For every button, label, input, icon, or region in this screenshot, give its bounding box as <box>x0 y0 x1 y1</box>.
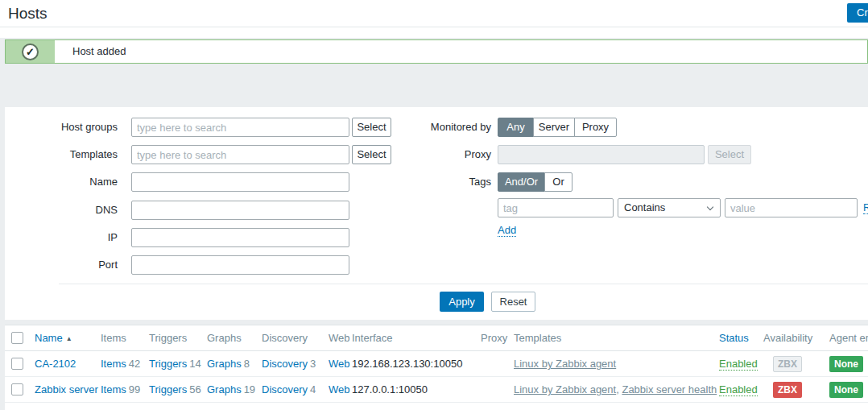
availability-zbx-badge: ZBX <box>773 382 802 398</box>
row-checkbox[interactable] <box>11 383 23 396</box>
discovery-count: 4 <box>310 383 316 396</box>
hosts-page: Hosts Create host ✓ Host added Host grou… <box>0 0 868 410</box>
items-link[interactable]: Items <box>101 383 126 396</box>
monitored-by-segmented-control: Any Server Proxy <box>498 118 617 137</box>
host-groups-input[interactable] <box>131 118 349 137</box>
top-header: Hosts Create host <box>0 0 868 38</box>
tag-value-input[interactable] <box>725 198 858 217</box>
template-link[interactable]: Linux by Zabbix agent <box>514 358 616 370</box>
success-message-text: Host added <box>55 40 126 63</box>
template-link[interactable]: Linux by Zabbix agent <box>514 383 616 396</box>
graphs-link[interactable]: Graphs <box>207 383 242 396</box>
reset-button[interactable]: Reset <box>491 292 535 312</box>
tag-name-input[interactable] <box>498 198 614 217</box>
triggers-count: 56 <box>189 383 200 396</box>
column-header-triggers: Triggers <box>149 332 207 344</box>
discovery-link[interactable]: Discovery <box>262 358 308 370</box>
items-count: 42 <box>129 358 140 370</box>
tag-filter-row: Contains Remove <box>5 198 868 217</box>
column-header-graphs: Graphs <box>207 332 262 344</box>
tag-add-link[interactable]: Add <box>498 224 516 237</box>
status-enabled-link[interactable]: Enabled <box>719 383 758 396</box>
table-row: CA-2102 Items42 Triggers14 Graphs8 Disco… <box>5 351 868 377</box>
check-circle-icon: ✓ <box>22 43 39 60</box>
proxy-label: Proxy <box>378 145 491 164</box>
tags-mode-option-andor[interactable]: And/Or <box>498 172 545 192</box>
tags-label: Tags <box>378 172 491 192</box>
host-name-link[interactable]: Zabbix server <box>35 383 98 396</box>
items-link[interactable]: Items <box>101 358 126 370</box>
filter-divider <box>59 284 868 284</box>
tags-mode-segmented-control: And/Or Or <box>498 172 572 192</box>
triggers-link[interactable]: Triggers <box>149 358 187 370</box>
interface-value: 192.168.123.130:10050 <box>352 358 481 370</box>
table-header-row: Name▲ Items Triggers Graphs Discovery We… <box>5 325 868 351</box>
port-label: Port <box>5 255 118 275</box>
host-name-link[interactable]: CA-2102 <box>35 358 76 370</box>
graphs-link[interactable]: Graphs <box>207 358 242 370</box>
sort-asc-icon: ▲ <box>66 335 72 342</box>
column-header-proxy: Proxy <box>481 332 514 344</box>
page-title: Hosts <box>8 5 48 23</box>
column-header-agent-encryption: Agent encryption <box>829 332 868 344</box>
hosts-table: Name▲ Items Triggers Graphs Discovery We… <box>5 325 868 410</box>
triggers-link[interactable]: Triggers <box>149 383 187 396</box>
select-all-checkbox[interactable] <box>11 332 23 344</box>
tag-operator-value: Contains <box>624 201 665 213</box>
create-host-button[interactable]: Create host <box>847 3 868 23</box>
items-count: 99 <box>129 383 140 396</box>
availability-zbx-badge: ZBX <box>773 356 802 372</box>
graphs-count: 8 <box>244 358 250 370</box>
tags-mode-option-or[interactable]: Or <box>544 172 572 192</box>
monitored-by-option-server[interactable]: Server <box>533 118 575 137</box>
column-header-discovery: Discovery <box>262 332 329 344</box>
status-enabled-link[interactable]: Enabled <box>719 358 758 371</box>
discovery-link[interactable]: Discovery <box>262 383 308 396</box>
template-link[interactable]: Zabbix server health <box>622 383 717 396</box>
column-header-web: Web <box>329 332 352 344</box>
column-header-availability: Availability <box>763 332 829 344</box>
triggers-count: 14 <box>189 358 200 370</box>
templates-input[interactable] <box>131 145 349 164</box>
monitored-by-label: Monitored by <box>378 118 491 137</box>
table-row: Zabbix server Items99 Triggers56 Graphs1… <box>5 377 868 403</box>
ip-input[interactable] <box>131 228 349 247</box>
agent-encryption-badge: None <box>829 356 863 372</box>
monitored-by-option-any[interactable]: Any <box>498 118 534 137</box>
column-header-interface: Interface <box>352 332 481 344</box>
name-input[interactable] <box>131 172 349 192</box>
port-input[interactable] <box>131 255 349 275</box>
column-header-templates: Templates <box>514 332 719 344</box>
apply-button[interactable]: Apply <box>440 292 484 312</box>
column-header-status[interactable]: Status <box>719 332 763 344</box>
tag-operator-select[interactable]: Contains <box>618 198 721 217</box>
header-divider <box>0 27 868 27</box>
success-icon-area: ✓ <box>6 40 55 63</box>
monitored-by-option-proxy[interactable]: Proxy <box>574 118 617 137</box>
ip-label: IP <box>5 228 118 247</box>
row-checkbox[interactable] <box>11 358 23 370</box>
web-link[interactable]: Web <box>329 383 350 396</box>
column-header-name[interactable]: Name▲ <box>35 332 101 344</box>
proxy-input <box>498 145 705 164</box>
proxy-select-button: Select <box>708 145 751 164</box>
name-label: Name <box>5 172 118 192</box>
host-groups-label: Host groups <box>5 118 118 137</box>
templates-label: Templates <box>5 145 118 164</box>
filter-panel: Host groups Select Templates Select Name… <box>5 107 868 320</box>
column-header-items: Items <box>101 332 149 344</box>
discovery-count: 3 <box>310 358 316 370</box>
agent-encryption-badge: None <box>829 382 863 398</box>
tag-remove-link[interactable]: Remove <box>863 201 868 214</box>
web-link[interactable]: Web <box>329 358 350 370</box>
chevron-down-icon <box>707 204 713 210</box>
interface-value: 127.0.0.1:10050 <box>352 383 481 396</box>
graphs-count: 19 <box>244 383 255 396</box>
success-message: ✓ Host added <box>5 39 868 64</box>
